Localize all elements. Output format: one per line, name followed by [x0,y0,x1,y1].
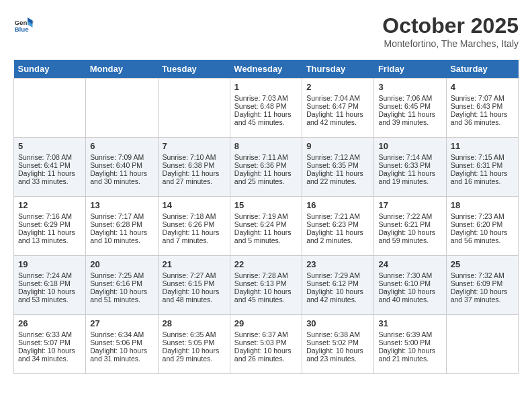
day-number: 29 [234,318,298,328]
calendar-cell: 13Sunrise: 7:17 AMSunset: 6:28 PMDayligh… [86,197,158,256]
day-info: Sunset: 6:47 PM [306,102,369,110]
day-info: Daylight: 10 hours [451,228,514,236]
weekday-header-sunday: Sunday [14,60,86,79]
day-info: Daylight: 11 hours [90,228,153,236]
day-info: Daylight: 10 hours [378,228,441,236]
calendar-cell: 29Sunrise: 6:37 AMSunset: 5:03 PMDayligh… [230,315,302,374]
calendar-cell: 18Sunrise: 7:23 AMSunset: 6:20 PMDayligh… [446,197,518,256]
weekday-header-wednesday: Wednesday [230,60,302,79]
day-info: and 42 minutes. [306,295,369,304]
day-number: 5 [18,141,81,151]
day-info: Daylight: 10 hours [90,347,153,355]
day-info: Sunrise: 7:12 AM [306,153,369,161]
day-info: and 10 minutes. [90,236,153,244]
day-info: Daylight: 10 hours [163,287,226,295]
day-info: Sunrise: 6:34 AM [90,330,153,338]
day-info: and 33 minutes. [18,177,81,185]
day-info: Daylight: 11 hours [306,169,369,177]
day-info: Daylight: 11 hours [451,110,514,118]
calendar-cell: 15Sunrise: 7:19 AMSunset: 6:24 PMDayligh… [230,197,302,256]
calendar-cell: 4Sunrise: 7:07 AMSunset: 6:43 PMDaylight… [446,79,518,138]
calendar-cell: 30Sunrise: 6:38 AMSunset: 5:02 PMDayligh… [302,315,374,374]
day-number: 4 [451,82,514,92]
day-number: 22 [234,259,298,269]
calendar-cell: 3Sunrise: 7:06 AMSunset: 6:45 PMDaylight… [374,79,446,138]
day-number: 3 [378,82,441,92]
day-number: 10 [378,141,441,151]
day-number: 16 [306,200,369,210]
calendar-cell: 21Sunrise: 7:27 AMSunset: 6:15 PMDayligh… [158,256,230,315]
calendar-cell [14,79,86,138]
calendar-cell: 5Sunrise: 7:08 AMSunset: 6:41 PMDaylight… [14,138,86,197]
day-info: Sunset: 6:20 PM [451,220,514,228]
day-info: and 36 minutes. [451,118,514,126]
calendar-cell: 6Sunrise: 7:09 AMSunset: 6:40 PMDaylight… [86,138,158,197]
week-row-2: 5Sunrise: 7:08 AMSunset: 6:41 PMDaylight… [14,138,519,197]
weekday-header-thursday: Thursday [302,60,374,79]
day-info: Sunrise: 7:08 AM [18,153,81,161]
calendar-cell: 31Sunrise: 6:39 AMSunset: 5:00 PMDayligh… [374,315,446,374]
logo: General Blue [13,13,34,34]
day-info: Sunset: 6:09 PM [451,279,514,287]
day-number: 14 [163,200,226,210]
calendar-cell [86,79,158,138]
weekday-header-tuesday: Tuesday [158,60,230,79]
day-info: Sunrise: 6:35 AM [163,330,226,338]
day-info: Sunset: 6:15 PM [163,279,226,287]
day-info: Daylight: 10 hours [234,287,298,295]
day-info: Daylight: 10 hours [306,287,369,295]
day-number: 28 [163,318,226,328]
weekday-header-saturday: Saturday [446,60,518,79]
day-number: 7 [163,141,226,151]
day-info: Sunrise: 7:27 AM [163,271,226,279]
weekday-header-monday: Monday [86,60,158,79]
day-number: 18 [451,200,514,210]
day-info: and 13 minutes. [18,236,81,244]
calendar-cell: 14Sunrise: 7:18 AMSunset: 6:26 PMDayligh… [158,197,230,256]
day-info: Daylight: 10 hours [451,287,514,295]
calendar-cell: 27Sunrise: 6:34 AMSunset: 5:06 PMDayligh… [86,315,158,374]
day-number: 11 [451,141,514,151]
day-info: and 42 minutes. [306,118,369,126]
day-info: Sunset: 6:40 PM [90,161,153,169]
week-row-1: 1Sunrise: 7:03 AMSunset: 6:48 PMDaylight… [14,79,519,138]
day-info: Sunrise: 7:16 AM [18,212,81,220]
day-info: Sunset: 6:29 PM [18,220,81,228]
day-number: 30 [306,318,369,328]
day-info: Daylight: 10 hours [90,287,153,295]
day-info: Daylight: 11 hours [378,169,441,177]
calendar-cell: 12Sunrise: 7:16 AMSunset: 6:29 PMDayligh… [14,197,86,256]
day-info: and 2 minutes. [306,236,369,244]
day-info: Daylight: 10 hours [163,347,226,355]
day-number: 20 [90,259,153,269]
day-info: Daylight: 11 hours [163,169,226,177]
day-number: 31 [378,318,441,328]
day-info: and 16 minutes. [451,177,514,185]
day-info: Sunset: 6:38 PM [163,161,226,169]
location: Montefortino, The Marches, Italy [382,38,519,49]
day-info: Sunset: 6:13 PM [234,279,298,287]
day-info: Sunset: 6:48 PM [234,102,298,110]
day-info: Sunrise: 7:24 AM [18,271,81,279]
day-info: Daylight: 10 hours [18,287,81,295]
day-info: Daylight: 11 hours [306,228,369,236]
day-info: and 31 minutes. [90,355,153,363]
calendar-cell [158,79,230,138]
day-info: Sunset: 6:10 PM [378,279,441,287]
day-info: and 45 minutes. [234,295,298,304]
svg-text:Blue: Blue [15,26,30,33]
day-info: Sunrise: 7:09 AM [90,153,153,161]
day-info: Sunrise: 7:28 AM [234,271,298,279]
day-info: and 59 minutes. [378,236,441,244]
day-info: Sunrise: 7:06 AM [378,94,441,102]
day-number: 23 [306,259,369,269]
day-info: Sunset: 6:28 PM [90,220,153,228]
day-info: Sunrise: 7:22 AM [378,212,441,220]
day-info: Sunrise: 6:39 AM [378,330,441,338]
day-info: Sunrise: 7:15 AM [451,153,514,161]
day-info: Daylight: 10 hours [378,287,441,295]
day-info: Sunrise: 7:07 AM [451,94,514,102]
calendar-cell: 20Sunrise: 7:25 AMSunset: 6:16 PMDayligh… [86,256,158,315]
day-info: Sunrise: 7:17 AM [90,212,153,220]
day-info: Sunset: 5:02 PM [306,338,369,347]
